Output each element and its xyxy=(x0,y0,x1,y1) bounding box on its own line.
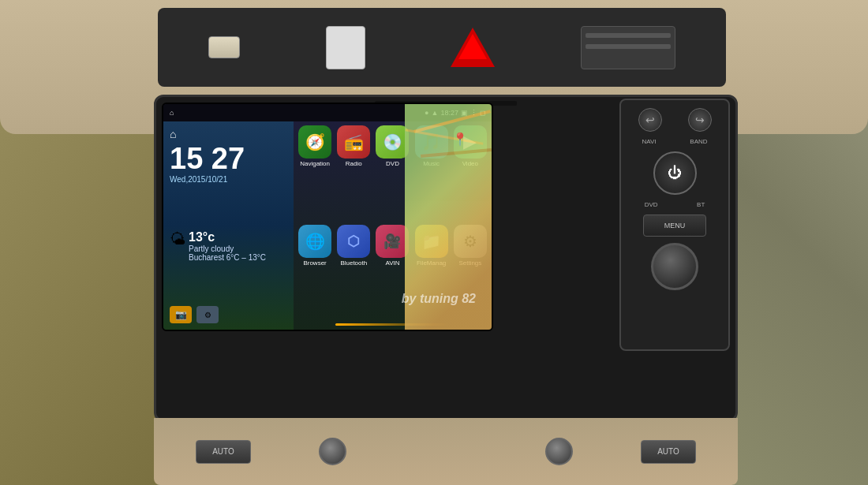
ac-button[interactable] xyxy=(326,26,365,69)
home-icon: ⌂ xyxy=(170,128,287,140)
forward-button[interactable]: ↪ xyxy=(688,108,712,132)
hazard-button[interactable] xyxy=(451,28,495,67)
date-display: Wed,2015/10/21 xyxy=(170,175,287,184)
tuning-row xyxy=(625,243,724,290)
weather-icon: 🌤 xyxy=(170,230,185,248)
bluetooth-icon: ⬡ xyxy=(337,225,370,258)
navi-group: NAVI xyxy=(642,138,656,145)
bluetooth-label: Bluetooth xyxy=(340,259,367,267)
dvd-label: DVD xyxy=(386,160,399,167)
navi-label: NAVI xyxy=(642,138,656,145)
dock-settings-icon[interactable]: ⚙ xyxy=(196,306,219,323)
browser-label: Browser xyxy=(303,259,326,267)
weather-info: 13°c Partly cloudy Bucharest 6°C – 13°C xyxy=(189,230,266,262)
dock-camera-icon[interactable]: 📷 xyxy=(170,306,192,323)
esp-button[interactable] xyxy=(208,36,240,58)
nav-icon: 🧭 xyxy=(298,125,331,159)
right-controls: ↩ ↪ NAVI BAND ⏻ DVD BT MENU xyxy=(619,99,730,351)
power-row: ⏻ xyxy=(625,151,724,195)
menu-row: MENU xyxy=(625,215,724,237)
app-navigation[interactable]: 🧭 Navigation xyxy=(298,125,331,167)
bottom-panel: AUTO AUTO xyxy=(154,418,738,485)
nav-marker: 📍 xyxy=(452,132,468,147)
weather-section: 🌤 13°c Partly cloudy Bucharest 6°C – 13°… xyxy=(170,230,287,262)
app-radio[interactable]: 📻 Radio xyxy=(337,125,370,167)
back-button[interactable]: ↩ xyxy=(638,108,662,132)
weather-location: Bucharest 6°C – 13°C xyxy=(189,253,266,262)
browser-icon: 🌐 xyxy=(298,225,331,258)
watermark: by tuning 82 xyxy=(402,292,476,306)
nav-label: Navigation xyxy=(300,160,330,167)
band-group: BAND xyxy=(690,138,707,145)
right-knob[interactable] xyxy=(545,438,573,465)
android-screen: 📍 ⌂ ● ▲ 18:27 ▣ ⋮ ◻ ⌂ 15 27 Wed,2015/10/… xyxy=(162,103,493,331)
radio-icon: 📻 xyxy=(337,125,370,159)
auto-right-button[interactable]: AUTO xyxy=(641,440,696,464)
tuning-knob[interactable] xyxy=(651,243,698,290)
weather-desc: Partly cloudy xyxy=(189,244,266,253)
back-fwd-row: ↩ ↪ xyxy=(625,108,724,132)
avin-label: AVIN xyxy=(385,259,399,267)
clock-display: 15 27 xyxy=(170,144,287,173)
cd-area xyxy=(581,26,675,69)
left-panel: ⌂ 15 27 Wed,2015/10/21 🌤 13°c Partly clo… xyxy=(163,121,294,330)
left-knob[interactable] xyxy=(319,438,346,465)
temperature: 13°c xyxy=(189,230,266,244)
app-bluetooth[interactable]: ⬡ Bluetooth xyxy=(337,225,370,267)
bottom-dock: 📷 ⚙ xyxy=(170,306,287,323)
band-label: BAND xyxy=(690,138,707,145)
home-status-icon: ⌂ xyxy=(170,109,174,117)
app-browser[interactable]: 🌐 Browser xyxy=(298,225,331,267)
controls-top xyxy=(158,8,726,87)
menu-button[interactable]: MENU xyxy=(643,215,706,237)
bt-ctrl-label: BT xyxy=(697,201,705,208)
center-space xyxy=(414,444,477,460)
navi-band-row: NAVI BAND xyxy=(625,138,724,145)
dvd-bt-row: DVD BT xyxy=(625,201,724,208)
map-road-2 xyxy=(405,129,483,144)
dvd-ctrl-label: DVD xyxy=(645,201,658,208)
map-road-3 xyxy=(421,148,492,158)
radio-label: Radio xyxy=(346,160,362,167)
power-button[interactable]: ⏻ xyxy=(653,151,697,195)
auto-left-button[interactable]: AUTO xyxy=(196,440,251,464)
map-road-1 xyxy=(413,110,491,133)
